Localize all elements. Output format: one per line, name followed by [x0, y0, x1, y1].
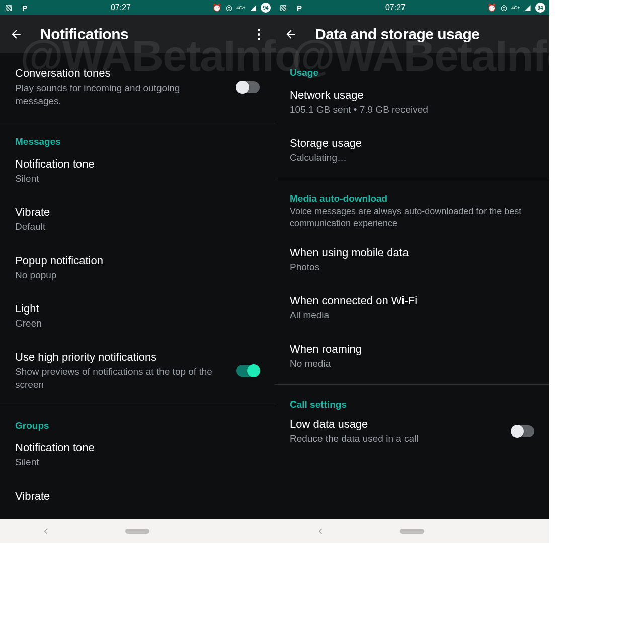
app-bar: Data and storage usage — [275, 15, 549, 53]
row-title: Use high priority notifications — [15, 350, 228, 364]
section-groups: Groups — [0, 406, 275, 434]
network-type-icon: 4G+ — [236, 3, 246, 12]
media-auto-download-description: Voice messages are always auto-downloade… — [275, 205, 549, 230]
popup-notification-row[interactable]: Popup notification No popup — [0, 240, 275, 289]
nav-bar — [0, 519, 275, 543]
status-clock: 07:27 — [304, 3, 487, 12]
row-subtitle: All media — [290, 309, 534, 322]
row-title: Network usage — [290, 88, 534, 102]
row-subtitle: Silent — [15, 172, 260, 185]
row-subtitle: Calculating… — [290, 151, 534, 165]
row-title: When roaming — [290, 342, 534, 356]
status-clock: 07:27 — [29, 3, 212, 12]
row-subtitle: Reduce the data used in a call — [290, 432, 503, 445]
battery-badge: 94 — [261, 3, 271, 13]
status-right-icons: ⏰ ◎ 4G+ ◢ 94 — [487, 3, 545, 13]
status-bar: ▧ P 07:27 ⏰ ◎ 4G+ ◢ 94 — [275, 0, 549, 15]
notifications-content: Conversation tones Play sounds for incom… — [0, 53, 275, 519]
wifi-row[interactable]: When connected on Wi-Fi All media — [275, 281, 549, 329]
row-subtitle: Photos — [290, 261, 534, 274]
signal-icon: ◢ — [523, 3, 532, 12]
overflow-menu-button[interactable] — [252, 29, 266, 40]
row-title: Conversation tones — [15, 66, 228, 80]
row-title: Storage usage — [290, 136, 534, 150]
notification-tone-row[interactable]: Notification tone Silent — [0, 150, 275, 192]
hotspot-icon: ◎ — [224, 3, 233, 12]
signal-icon: ◢ — [249, 3, 258, 12]
row-subtitle: Silent — [15, 456, 260, 469]
alarm-icon: ⏰ — [487, 3, 496, 12]
low-data-usage-row[interactable]: Low data usage Reduce the data used in a… — [275, 413, 549, 452]
app-p-icon: P — [295, 3, 304, 12]
row-subtitle: Show previews of notifications at the to… — [15, 365, 228, 391]
row-title: Notification tone — [15, 157, 260, 171]
gallery-icon: ▧ — [279, 3, 288, 12]
storage-usage-row[interactable]: Storage usage Calculating… — [275, 123, 549, 172]
data-storage-content: Usage Network usage 105.1 GB sent • 7.9 … — [275, 53, 549, 519]
mobile-data-row[interactable]: When using mobile data Photos — [275, 230, 549, 281]
row-title: Light — [15, 302, 260, 316]
section-messages: Messages — [0, 122, 275, 150]
status-right-icons: ⏰ ◎ 4G+ ◢ 94 — [212, 3, 271, 13]
high-priority-notifications-row[interactable]: Use high priority notifications Show pre… — [0, 337, 275, 398]
status-bar: ▧ P 07:27 ⏰ ◎ 4G+ ◢ 94 — [0, 0, 275, 15]
chevron-left-icon — [316, 527, 325, 536]
data-storage-screen: ▧ P 07:27 ⏰ ◎ 4G+ ◢ 94 Data and storage … — [275, 0, 549, 543]
nav-home-button[interactable] — [397, 525, 427, 537]
battery-badge: 94 — [535, 3, 545, 13]
back-arrow-icon — [284, 28, 297, 41]
light-row[interactable]: Light Green — [0, 289, 275, 337]
nav-home-button[interactable] — [122, 525, 152, 537]
alarm-icon: ⏰ — [212, 3, 221, 12]
low-data-toggle[interactable] — [511, 425, 534, 437]
row-title: When connected on Wi-Fi — [290, 294, 534, 308]
nav-recents-button[interactable] — [489, 525, 519, 537]
section-usage: Usage — [275, 53, 549, 82]
page-title: Notifications — [40, 26, 128, 43]
nav-back-button[interactable] — [31, 525, 61, 537]
app-bar: Notifications — [0, 15, 275, 53]
group-vibrate-row[interactable]: Vibrate — [0, 476, 275, 510]
nav-recents-button[interactable] — [214, 525, 244, 537]
row-title: Vibrate — [15, 205, 260, 219]
hotspot-icon: ◎ — [499, 3, 508, 12]
row-subtitle: No media — [290, 357, 534, 370]
row-subtitle: Green — [15, 317, 260, 330]
row-title: Notification tone — [15, 441, 260, 455]
chevron-left-icon — [41, 527, 50, 536]
network-usage-row[interactable]: Network usage 105.1 GB sent • 7.9 GB rec… — [275, 82, 549, 123]
vibrate-row[interactable]: Vibrate Default — [0, 192, 275, 240]
row-title: Popup notification — [15, 254, 260, 268]
nav-back-button[interactable] — [305, 525, 336, 537]
status-left-icons: ▧ P — [279, 3, 304, 12]
conversation-tones-row[interactable]: Conversation tones Play sounds for incom… — [0, 53, 275, 115]
app-p-icon: P — [20, 3, 29, 12]
row-title: Low data usage — [290, 417, 503, 431]
section-media-auto-download: Media auto-download — [275, 179, 549, 205]
high-priority-toggle[interactable] — [236, 365, 260, 377]
row-subtitle: Default — [15, 220, 260, 233]
back-arrow-icon — [10, 28, 23, 41]
nav-bar — [275, 519, 549, 543]
page-title: Data and storage usage — [315, 26, 479, 43]
row-title: When using mobile data — [290, 246, 534, 260]
back-button[interactable] — [9, 28, 23, 41]
status-left-icons: ▧ P — [4, 3, 29, 12]
conversation-tones-toggle[interactable] — [236, 81, 260, 93]
row-title: Vibrate — [15, 489, 260, 503]
row-subtitle: No popup — [15, 269, 260, 282]
network-type-icon: 4G+ — [511, 3, 520, 12]
group-notification-tone-row[interactable]: Notification tone Silent — [0, 434, 275, 476]
row-subtitle: 105.1 GB sent • 7.9 GB received — [290, 103, 534, 116]
roaming-row[interactable]: When roaming No media — [275, 329, 549, 377]
back-button[interactable] — [284, 28, 298, 41]
notifications-screen: ▧ P 07:27 ⏰ ◎ 4G+ ◢ 94 Notifications — [0, 0, 275, 543]
row-subtitle: Play sounds for incoming and outgoing me… — [15, 82, 228, 108]
dual-screenshot-canvas: ▧ P 07:27 ⏰ ◎ 4G+ ◢ 94 Notifications — [0, 0, 549, 543]
gallery-icon: ▧ — [4, 3, 13, 12]
section-call-settings: Call settings — [275, 385, 549, 413]
